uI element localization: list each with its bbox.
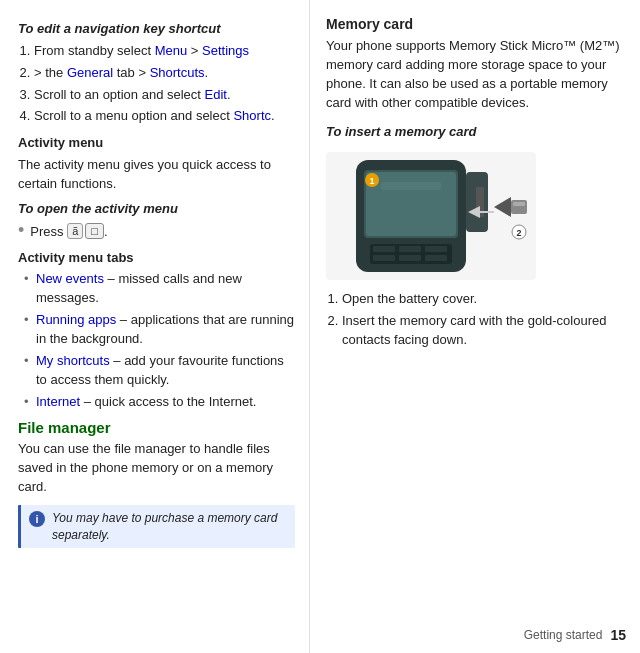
settings-link: Settings — [202, 43, 249, 58]
shortc-link: Shortc — [233, 108, 271, 123]
svg-rect-11 — [425, 255, 447, 261]
edit-step-1: From standby select Menu > Settings — [34, 42, 295, 61]
footer: Getting started 15 — [524, 627, 626, 643]
file-manager-desc: You can use the file manager to handle f… — [18, 440, 295, 497]
svg-rect-3 — [366, 172, 456, 236]
insert-step-2: Insert the memory card with the gold-col… — [342, 312, 626, 350]
phone-illustration: 1 2 — [326, 152, 536, 280]
svg-rect-9 — [373, 255, 395, 261]
memory-card-desc: Your phone supports Memory Stick Micro™ … — [326, 37, 626, 112]
tab-running-apps: Running apps – applications that are run… — [24, 311, 295, 349]
page-container: To edit a navigation key shortcut From s… — [0, 0, 640, 653]
edit-step-3: Scroll to an option and select Edit. — [34, 86, 295, 105]
tab-internet: Internet – quick access to the Internet. — [24, 393, 295, 412]
right-column: Memory card Your phone supports Memory S… — [310, 0, 640, 653]
edit-step-2: > the General tab > Shortcuts. — [34, 64, 295, 83]
phone-svg: 1 2 — [326, 152, 536, 280]
shortcuts-link: Shortcuts — [150, 65, 205, 80]
activity-menu-desc: The activity menu gives you quick access… — [18, 156, 295, 194]
press-label: Press — [30, 224, 63, 239]
svg-rect-8 — [425, 246, 447, 252]
file-manager-title: File manager — [18, 419, 295, 436]
svg-text:2: 2 — [516, 228, 521, 238]
open-activity-heading: To open the activity menu — [18, 200, 295, 219]
new-events-link: New events — [36, 271, 104, 286]
info-note: i You may have to purchase a memory card… — [18, 505, 295, 549]
menu-link: Menu — [155, 43, 188, 58]
insert-step-1: Open the battery cover. — [342, 290, 626, 309]
insert-steps-list: Open the battery cover. Insert the memor… — [326, 290, 626, 351]
left-column: To edit a navigation key shortcut From s… — [0, 0, 310, 653]
edit-shortcut-heading: To edit a navigation key shortcut — [18, 20, 295, 39]
press-row: • Press ã □ . — [18, 222, 295, 241]
internet-desc: – quick access to the Internet. — [80, 394, 256, 409]
activity-tabs-label: Activity menu tabs — [18, 249, 295, 268]
press-key-visual: □ — [85, 223, 104, 239]
memory-card-title: Memory card — [326, 14, 626, 34]
svg-rect-7 — [399, 246, 421, 252]
bullet-dot: • — [18, 220, 24, 241]
info-icon: i — [29, 511, 45, 527]
insert-heading: To insert a memory card — [326, 123, 626, 142]
running-apps-link: Running apps — [36, 312, 116, 327]
tab-my-shortcuts: My shortcuts – add your favourite functi… — [24, 352, 295, 390]
my-shortcuts-link: My shortcuts — [36, 353, 110, 368]
page-number: 15 — [610, 627, 626, 643]
press-period: . — [104, 224, 108, 239]
edit-step-4: Scroll to a menu option and select Short… — [34, 107, 295, 126]
activity-tabs-list: New events – missed calls and new messag… — [18, 270, 295, 411]
svg-rect-4 — [381, 182, 441, 190]
edit-link: Edit — [205, 87, 227, 102]
general-link: General — [67, 65, 113, 80]
edit-steps-list: From standby select Menu > Settings > th… — [18, 42, 295, 126]
svg-rect-16 — [513, 202, 525, 206]
svg-rect-6 — [373, 246, 395, 252]
footer-label: Getting started — [524, 628, 603, 642]
svg-rect-10 — [399, 255, 421, 261]
activity-menu-label: Activity menu — [18, 134, 295, 153]
internet-link: Internet — [36, 394, 80, 409]
tab-new-events: New events – missed calls and new messag… — [24, 270, 295, 308]
press-key-icon: ã — [67, 223, 83, 239]
svg-text:1: 1 — [369, 176, 374, 186]
note-text: You may have to purchase a memory card s… — [52, 510, 287, 544]
